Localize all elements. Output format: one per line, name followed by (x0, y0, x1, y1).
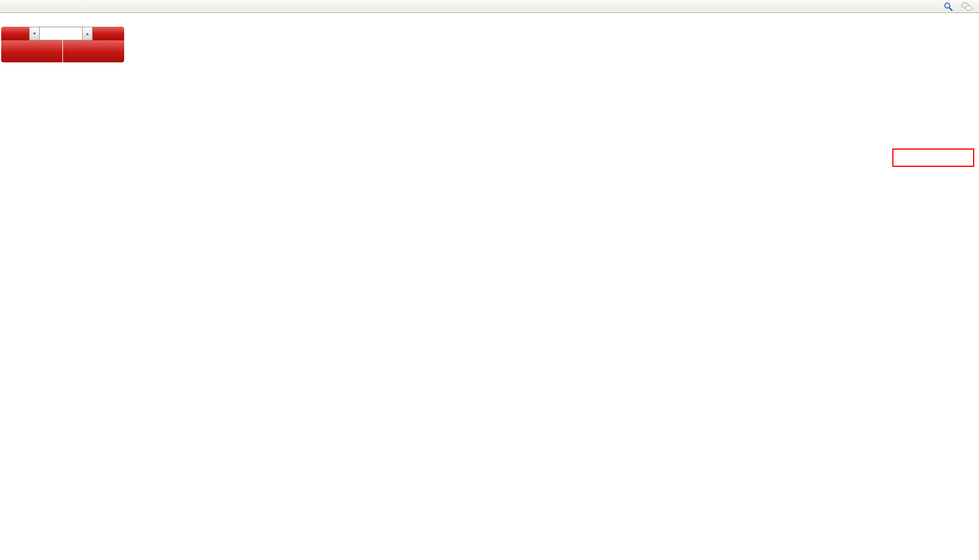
chat-icon (961, 2, 972, 11)
buy-button[interactable] (93, 27, 124, 40)
one-click-trade-panel: ▼ ▲ (1, 27, 124, 62)
volume-decrease-button[interactable]: ▼ (29, 27, 40, 40)
chart-canvas[interactable] (0, 0, 979, 560)
volume-increase-button[interactable]: ▲ (82, 27, 93, 40)
price-callout-box (892, 148, 974, 167)
chat-button[interactable] (958, 1, 975, 12)
sell-button[interactable] (1, 27, 29, 40)
toolbar (0, 0, 979, 13)
sell-price-panel[interactable] (1, 40, 62, 62)
search-button[interactable] (941, 1, 955, 12)
volume-input[interactable] (40, 27, 82, 40)
search-icon (943, 2, 953, 11)
buy-price-panel[interactable] (63, 40, 124, 62)
